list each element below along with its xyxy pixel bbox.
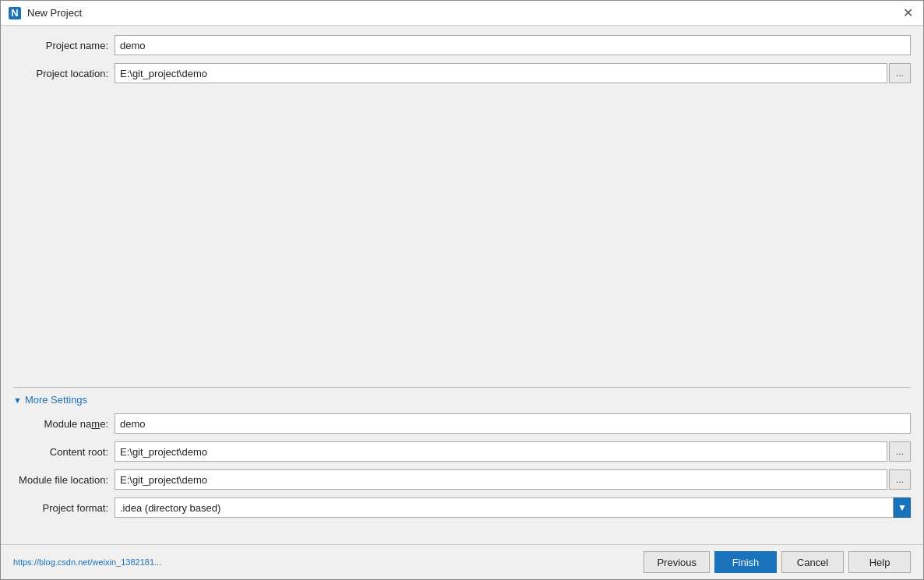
project-format-dropdown-arrow[interactable]: ▼ <box>894 497 911 518</box>
more-settings-label: More Settings <box>25 394 87 406</box>
module-name-input[interactable] <box>115 413 911 434</box>
chevron-down-icon: ▼ <box>13 395 22 405</box>
project-format-row: Project format: .idea (directory based) … <box>13 497 911 518</box>
project-location-browse-button[interactable]: ... <box>889 63 911 83</box>
project-location-label: Project location: <box>13 68 115 79</box>
module-name-label: Module name: <box>13 418 115 430</box>
module-file-location-row: Module file location: ... <box>13 469 911 490</box>
dialog-title: New Project <box>27 7 82 19</box>
cancel-button[interactable]: Cancel <box>781 551 844 573</box>
module-file-location-input[interactable] <box>115 469 887 490</box>
help-button[interactable]: Help <box>848 551 911 573</box>
module-name-row: Module name: <box>13 413 911 434</box>
title-bar: N New Project ✕ <box>1 1 923 26</box>
content-root-row: Content root: ... <box>13 441 911 462</box>
finish-button[interactable]: Finish <box>714 551 777 573</box>
more-settings-toggle[interactable]: ▼ More Settings <box>13 394 911 406</box>
footer-url: https://blog.csdn.net/weixin_1382181... <box>13 557 639 567</box>
previous-button[interactable]: Previous <box>644 551 710 573</box>
more-settings-section: ▼ More Settings Module name: Content roo… <box>13 387 911 518</box>
project-format-select[interactable]: .idea (directory based) .ipr (file based… <box>115 497 894 518</box>
project-location-row: Project location: ... <box>13 63 911 83</box>
close-button[interactable]: ✕ <box>900 5 915 21</box>
dialog-footer: https://blog.csdn.net/weixin_1382181... … <box>1 544 923 579</box>
dialog-content: Project name: Project location: ... ▼ Mo… <box>1 26 923 544</box>
dialog-icon: N <box>9 7 21 19</box>
content-root-browse-button[interactable]: ... <box>889 441 911 462</box>
module-file-location-browse-button[interactable]: ... <box>889 469 911 490</box>
content-root-label: Content root: <box>13 446 115 458</box>
project-name-input[interactable] <box>115 35 911 55</box>
project-name-row: Project name: <box>13 35 911 55</box>
content-root-input[interactable] <box>115 441 887 462</box>
project-format-select-wrapper: .idea (directory based) .ipr (file based… <box>115 497 911 518</box>
content-spacer <box>13 91 911 387</box>
new-project-dialog: N New Project ✕ Project name: Project lo… <box>0 0 924 580</box>
project-location-input[interactable] <box>115 63 887 83</box>
title-bar-left: N New Project <box>9 7 82 19</box>
project-name-label: Project name: <box>13 40 115 51</box>
project-format-label: Project format: <box>13 502 115 514</box>
module-file-location-label: Module file location: <box>13 474 115 486</box>
